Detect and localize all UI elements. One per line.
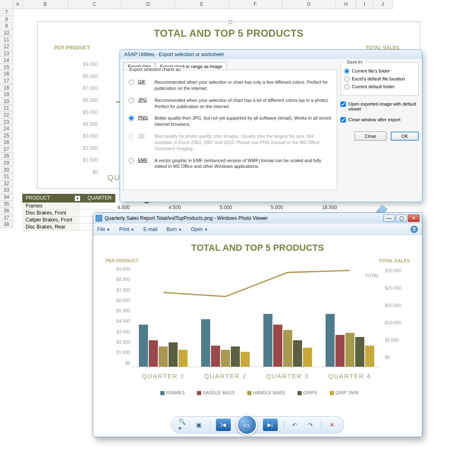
table-header-row: PRODUCT▾ QUARTER <box>22 194 115 203</box>
radio-gif[interactable] <box>129 80 134 85</box>
row-header[interactable]: 28 <box>0 153 13 160</box>
row-header[interactable]: 18 <box>0 85 13 92</box>
row-header[interactable]: 19 <box>0 91 13 98</box>
delete-icon[interactable]: ✕ <box>327 420 337 430</box>
col-header[interactable]: D <box>122 0 175 9</box>
row-header[interactable]: 27 <box>0 146 13 153</box>
row-header[interactable]: 38 <box>0 221 13 228</box>
menu-burn[interactable]: Burn▼ <box>166 226 182 232</box>
row-header[interactable]: 25 <box>0 132 13 139</box>
pv-title: Quarterly Sales Report TotalAndTopProduc… <box>105 215 268 221</box>
prev-button[interactable]: |◀ <box>216 419 231 431</box>
table-number-row: 4.0004.5005.0005.00018.500 <box>117 205 337 210</box>
rotate-cw-icon[interactable]: ↷ <box>305 420 315 430</box>
bar <box>345 333 354 367</box>
radio-emf[interactable] <box>129 158 134 163</box>
bar <box>263 314 272 367</box>
pv-left-axis-label: PER PRODUCT <box>106 258 138 263</box>
row-header[interactable]: 10 <box>0 30 13 37</box>
format-desc: Recommended when your selection or chart… <box>155 79 332 92</box>
help-icon[interactable]: ? <box>410 226 418 233</box>
menu-print[interactable]: Print▼ <box>119 226 134 232</box>
col-header[interactable]: G <box>282 0 336 9</box>
bar <box>201 319 210 367</box>
row-header[interactable]: 32 <box>0 180 13 187</box>
row-header[interactable]: 31 <box>0 173 13 180</box>
bar-group <box>263 314 312 367</box>
radio-save-1[interactable] <box>344 76 349 82</box>
row-header[interactable]: 17 <box>0 78 13 85</box>
col-quarter[interactable]: QUARTER <box>84 194 115 203</box>
col-header[interactable]: H <box>336 0 356 9</box>
col-header[interactable]: F <box>229 0 282 9</box>
pv-titlebar[interactable]: Quarterly Sales Report TotalAndTopProduc… <box>93 213 422 224</box>
format-label: TIF <box>138 133 150 138</box>
maximize-button[interactable]: ▢ <box>396 214 407 222</box>
bar <box>283 330 292 367</box>
slideshow-button[interactable]: ▭ <box>237 415 257 435</box>
col-header[interactable]: I <box>356 0 373 9</box>
zoom-icon[interactable]: 🔍 ▾ <box>178 420 188 430</box>
bar <box>335 335 345 367</box>
col-product[interactable]: PRODUCT▾ <box>22 194 84 203</box>
row-header[interactable]: 16 <box>0 71 13 78</box>
menu-open[interactable]: Open▼ <box>191 226 208 232</box>
row-header[interactable]: 12 <box>0 43 13 50</box>
pv-menubar: File▼Print▼E-mailBurn▼Open▼? <box>93 224 422 235</box>
pv-y-ticks: $9.000$8.000$7.000$6.000$5.000$4.000$3.0… <box>110 266 130 371</box>
row-header[interactable]: 20 <box>0 98 13 105</box>
row-header[interactable]: 29 <box>0 160 13 167</box>
row-header[interactable]: 36 <box>0 207 13 214</box>
radio-png[interactable] <box>129 115 134 121</box>
table-row[interactable]: Frames <box>22 203 115 210</box>
bar <box>169 342 178 367</box>
col-header[interactable]: B <box>23 0 68 9</box>
next-button[interactable]: ▶| <box>263 419 278 431</box>
menu-file[interactable]: File▼ <box>97 226 110 232</box>
chart-title: TOTAL AND TOP 5 PRODUCTS <box>38 28 420 39</box>
row-header[interactable]: 24 <box>0 125 13 132</box>
row-header[interactable]: 34 <box>0 194 13 201</box>
row-header[interactable]: 11 <box>0 36 13 43</box>
rotate-ccw-icon[interactable]: ↶ <box>290 420 300 430</box>
row-header[interactable]: 15 <box>0 64 13 71</box>
minimize-button[interactable]: — <box>383 214 395 222</box>
row-header[interactable]: 7 <box>0 9 13 16</box>
select-all-corner[interactable] <box>0 0 13 9</box>
radio-jpg[interactable] <box>129 98 134 103</box>
bar-group <box>326 314 374 367</box>
checkbox-open-viewer[interactable] <box>340 101 346 107</box>
bar-group <box>201 319 250 367</box>
row-header[interactable]: 9 <box>0 23 13 30</box>
checkbox-close-window[interactable] <box>340 117 346 122</box>
row-header[interactable]: 35 <box>0 201 13 208</box>
bar <box>139 325 148 367</box>
col-header[interactable]: A <box>13 0 23 9</box>
radio-save-0[interactable] <box>344 68 349 74</box>
checkbox-open-viewer-label: Open exported image with default viewer <box>348 101 419 111</box>
row-header[interactable]: 13 <box>0 50 13 57</box>
row-header[interactable]: 30 <box>0 167 13 174</box>
col-header[interactable]: J <box>373 0 393 9</box>
filter-dropdown-icon[interactable]: ▾ <box>75 196 80 201</box>
fit-icon[interactable]: ▣ <box>194 420 204 430</box>
format-desc: Best quality for photo quality color ima… <box>155 133 332 152</box>
bar <box>178 350 188 367</box>
radio-save-2[interactable] <box>344 84 349 90</box>
row-header[interactable]: 37 <box>0 214 13 221</box>
menu-e-mail[interactable]: E-mail <box>143 226 157 232</box>
close-button[interactable]: Close <box>354 132 387 141</box>
row-header[interactable]: 21 <box>0 105 13 112</box>
close-window-button[interactable]: ✕ <box>408 214 420 222</box>
row-header[interactable]: 26 <box>0 139 13 146</box>
separator <box>321 420 321 430</box>
y-axis-ticks: $9.000$8.000$7.000$6.000$5.000$4.000$3.0… <box>83 61 98 181</box>
col-header[interactable]: E <box>175 0 229 9</box>
row-header[interactable]: 14 <box>0 57 13 64</box>
col-header[interactable]: C <box>68 0 122 9</box>
ok-button[interactable]: OK <box>391 132 419 141</box>
row-header[interactable]: 23 <box>0 119 13 126</box>
row-header[interactable]: 33 <box>0 187 13 194</box>
row-header[interactable]: 22 <box>0 112 13 119</box>
row-header[interactable]: 8 <box>0 16 13 23</box>
